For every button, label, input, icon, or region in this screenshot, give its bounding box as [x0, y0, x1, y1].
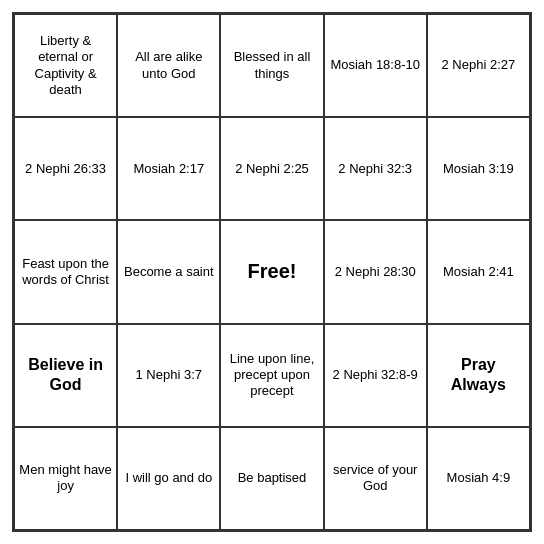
bingo-cell-r2c1[interactable]: Become a saint — [117, 220, 220, 323]
bingo-cell-r0c1[interactable]: All are alike unto God — [117, 14, 220, 117]
bingo-cell-r0c0[interactable]: Liberty & eternal or Captivity & death — [14, 14, 117, 117]
bingo-cell-r4c4[interactable]: Mosiah 4:9 — [427, 427, 530, 530]
bingo-cell-r4c0[interactable]: Men might have joy — [14, 427, 117, 530]
bingo-cell-r3c0[interactable]: Believe in God — [14, 324, 117, 427]
bingo-board: Liberty & eternal or Captivity & deathAl… — [12, 12, 532, 532]
bingo-cell-r4c1[interactable]: I will go and do — [117, 427, 220, 530]
bingo-cell-r1c1[interactable]: Mosiah 2:17 — [117, 117, 220, 220]
bingo-cell-r3c2[interactable]: Line upon line, precept upon precept — [220, 324, 323, 427]
bingo-cell-r2c0[interactable]: Feast upon the words of Christ — [14, 220, 117, 323]
bingo-cell-r0c4[interactable]: 2 Nephi 2:27 — [427, 14, 530, 117]
bingo-cell-r3c3[interactable]: 2 Nephi 32:8-9 — [324, 324, 427, 427]
bingo-cell-r1c3[interactable]: 2 Nephi 32:3 — [324, 117, 427, 220]
bingo-cell-r1c2[interactable]: 2 Nephi 2:25 — [220, 117, 323, 220]
bingo-cell-r2c3[interactable]: 2 Nephi 28:30 — [324, 220, 427, 323]
bingo-cell-r4c2[interactable]: Be baptised — [220, 427, 323, 530]
bingo-cell-r2c2[interactable]: Free! — [220, 220, 323, 323]
bingo-cell-r0c3[interactable]: Mosiah 18:8-10 — [324, 14, 427, 117]
bingo-cell-r4c3[interactable]: service of your God — [324, 427, 427, 530]
bingo-cell-r1c4[interactable]: Mosiah 3:19 — [427, 117, 530, 220]
bingo-cell-r2c4[interactable]: Mosiah 2:41 — [427, 220, 530, 323]
bingo-cell-r3c4[interactable]: Pray Always — [427, 324, 530, 427]
bingo-cell-r3c1[interactable]: 1 Nephi 3:7 — [117, 324, 220, 427]
bingo-cell-r1c0[interactable]: 2 Nephi 26:33 — [14, 117, 117, 220]
bingo-cell-r0c2[interactable]: Blessed in all things — [220, 14, 323, 117]
